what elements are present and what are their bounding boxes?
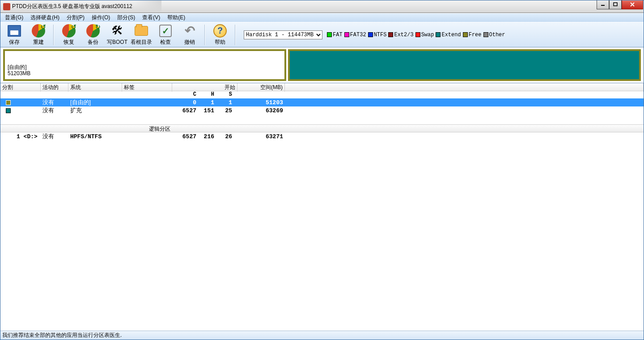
- menubar: 普通(G) 选择硬盘(H) 分割(P) 操作(O) 部分(S) 查看(V) 帮助…: [0, 13, 644, 22]
- swatch-fat32: [344, 32, 349, 37]
- help-button[interactable]: ?帮助: [209, 23, 231, 47]
- diskmap-segment-extend[interactable]: [288, 49, 641, 81]
- col-partition[interactable]: 分割: [0, 83, 41, 92]
- legend-ext: Ext2/3: [388, 32, 413, 38]
- swatch-ntfs: [368, 32, 373, 37]
- pie-rebuild-icon: [32, 24, 45, 38]
- swatch-swap: [415, 32, 420, 37]
- legend-fat: FAT: [327, 32, 343, 38]
- pie-backup-icon: [86, 24, 100, 38]
- undo-button[interactable]: ↶撤销: [178, 23, 201, 47]
- partition-rows: 没有 [自由的] 0 1 1 51203 没有 扩充 6527 151 25 6…: [0, 98, 644, 115]
- row-chs: 0 1 1: [172, 99, 237, 106]
- segment-label-size: 51203MB: [8, 70, 282, 76]
- backup-button[interactable]: 备份: [82, 23, 104, 47]
- disk-map: [自由的] 51203MB: [0, 47, 644, 83]
- logical-index: 1 <D:>: [15, 133, 41, 140]
- row-size: 63269: [237, 107, 285, 114]
- logical-system: HPFS/NTFS: [68, 133, 122, 140]
- legend-other: Other: [483, 32, 505, 38]
- logical-size: 63271: [237, 133, 285, 140]
- disk-icon: [8, 25, 21, 37]
- disk-select-group: Harddisk 1 - 114473MB FAT FAT32 NTFS Ext…: [244, 30, 505, 39]
- col-label[interactable]: 标签: [122, 83, 172, 92]
- logical-title: 逻辑分区: [122, 125, 172, 133]
- logical-row[interactable]: 1 <D:> 没有 HPFS/NTFS 6527 216 26 63271: [0, 132, 644, 140]
- app-window: PTDD分区表医生3.5 硬盘基地专业版 avast200112 普通(G) 选…: [0, 0, 644, 340]
- partition-row[interactable]: 没有 扩充 6527 151 25 63269: [0, 106, 644, 115]
- col-system[interactable]: 系统: [68, 83, 122, 92]
- row-swatch: [6, 108, 11, 113]
- pie-restore-icon: [62, 24, 76, 38]
- row-active: 没有: [41, 106, 68, 115]
- statusbar: 我们推荐结束全部的其他的应用当运行分区表医生.: [0, 331, 644, 340]
- rebuild-button[interactable]: 重建: [27, 23, 50, 47]
- disk-select[interactable]: Harddisk 1 - 114473MB: [244, 30, 322, 39]
- row-active: 没有: [41, 98, 68, 106]
- titlebar[interactable]: PTDD分区表医生3.5 硬盘基地专业版 avast200112: [0, 0, 644, 13]
- minimize-button[interactable]: [597, 0, 609, 9]
- legend-swap: Swap: [415, 32, 434, 38]
- save-button[interactable]: 保存: [3, 23, 25, 47]
- check-button[interactable]: ✓检查: [154, 23, 177, 47]
- fs-legend: FAT FAT32 NTFS Ext2/3 Swap Extend Free O…: [327, 32, 505, 38]
- folder-icon: [135, 26, 148, 36]
- help-icon: ?: [213, 24, 227, 38]
- undo-icon: ↶: [182, 24, 197, 38]
- app-icon: [3, 3, 10, 10]
- partition-table-header: 分割 活动的 系统 标签 开始 空间(MB): [0, 83, 644, 91]
- logical-gap: 逻辑分区: [0, 115, 644, 132]
- chs-subheader: C H S: [0, 91, 644, 98]
- toolbar-separator: [235, 25, 236, 45]
- restore-button[interactable]: 恢复: [58, 23, 80, 47]
- empty-area: [0, 140, 644, 331]
- status-text: 我们推荐结束全部的其他的应用当运行分区表医生.: [2, 332, 122, 339]
- menu-section[interactable]: 部分(S): [114, 13, 139, 22]
- logical-header: 逻辑分区: [0, 124, 644, 132]
- toolbar-separator: [204, 25, 205, 45]
- menu-operate[interactable]: 操作(O): [88, 13, 114, 22]
- swatch-ext: [388, 32, 393, 37]
- row-swatch: [6, 100, 11, 105]
- close-button[interactable]: [622, 0, 643, 9]
- menu-general[interactable]: 普通(G): [1, 13, 27, 22]
- swatch-free: [463, 32, 468, 37]
- menu-partition[interactable]: 分割(P): [63, 13, 88, 22]
- menu-selectdisk[interactable]: 选择硬盘(H): [27, 13, 63, 22]
- window-title: PTDD分区表医生3.5 硬盘基地专业版 avast200112: [12, 3, 597, 10]
- col-active[interactable]: 活动的: [41, 83, 68, 92]
- col-size[interactable]: 空间(MB): [237, 83, 285, 92]
- row-size: 51203: [237, 99, 285, 106]
- legend-fat32: FAT32: [344, 32, 366, 38]
- segment-label-name: [自由的]: [8, 64, 282, 70]
- row-chs: 6527 151 25: [172, 107, 237, 114]
- legend-free: Free: [463, 32, 482, 38]
- legend-ntfs: NTFS: [368, 32, 387, 38]
- window-buttons: [597, 0, 643, 9]
- toolbar: 保存 重建 恢复 备份 🛠写BOOT 看根目录 ✓检查 ↶撤销 ?帮助 Hard…: [0, 22, 644, 47]
- partition-row[interactable]: 没有 [自由的] 0 1 1 51203: [0, 98, 644, 106]
- title-fade: [135, 0, 161, 13]
- col-blank[interactable]: [285, 83, 644, 92]
- legend-extend: Extend: [436, 32, 461, 38]
- logical-chs: 6527 216 26: [172, 133, 237, 140]
- chs-labels: C H S: [172, 91, 237, 98]
- check-icon: ✓: [159, 25, 172, 37]
- swatch-fat: [327, 32, 332, 37]
- row-system: 扩充: [68, 106, 122, 115]
- row-system: [自由的]: [68, 98, 122, 106]
- viewroot-button[interactable]: 看根目录: [130, 23, 153, 47]
- tools-icon: 🛠: [110, 24, 124, 38]
- swatch-extend: [436, 32, 441, 37]
- diskmap-segment-free[interactable]: [自由的] 51203MB: [3, 49, 286, 81]
- swatch-other: [483, 32, 488, 37]
- maximize-button[interactable]: [609, 0, 622, 9]
- menu-help[interactable]: 帮助(E): [164, 13, 189, 22]
- toolbar-separator: [53, 25, 54, 45]
- col-start[interactable]: 开始: [172, 83, 237, 92]
- svg-rect-1: [614, 3, 617, 6]
- logical-active: 没有: [41, 132, 68, 140]
- menu-view[interactable]: 查看(V): [139, 13, 164, 22]
- writeboot-button[interactable]: 🛠写BOOT: [106, 23, 128, 47]
